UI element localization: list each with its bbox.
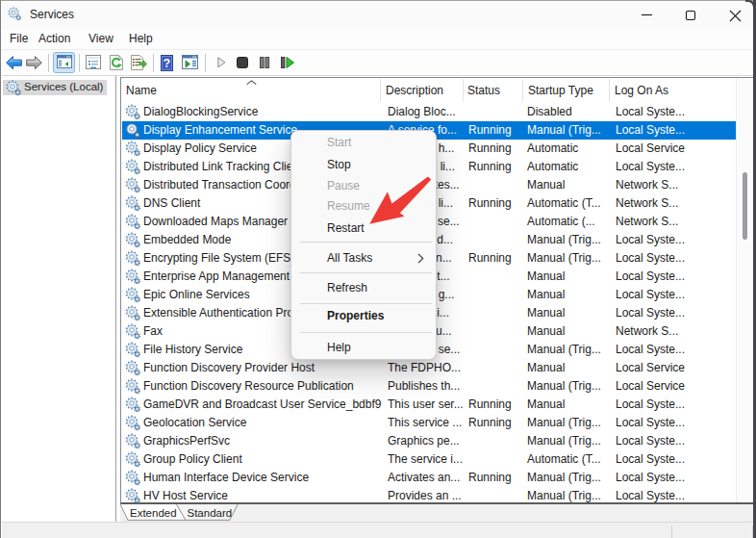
svg-text:Extended: Extended (130, 507, 177, 519)
svg-text:?: ? (164, 57, 170, 70)
svg-text:Standard: Standard (188, 507, 233, 519)
